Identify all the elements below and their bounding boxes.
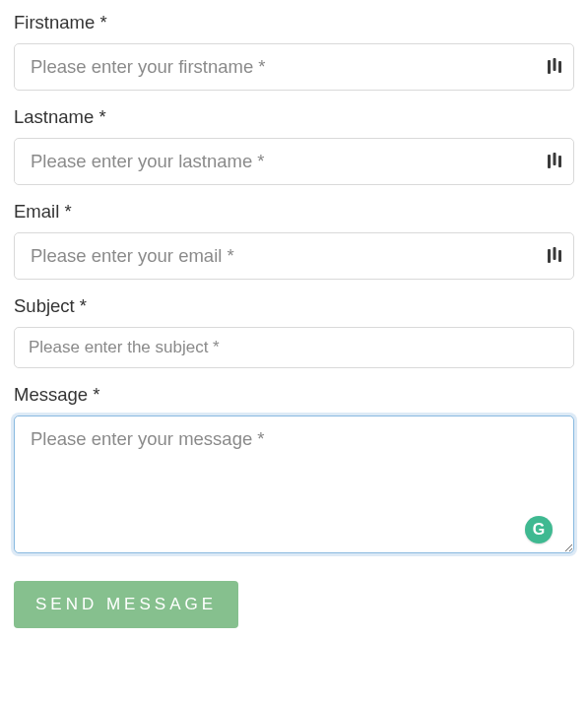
email-input[interactable] <box>14 232 574 280</box>
contact-form: Firstname * Lastname * Email * Subject * <box>14 12 574 628</box>
subject-field: Subject * <box>14 295 574 368</box>
firstname-input-wrap <box>14 43 574 91</box>
lastname-input-wrap <box>14 138 574 185</box>
message-textarea[interactable] <box>14 415 574 553</box>
grammarly-icon[interactable]: G <box>525 516 553 543</box>
email-label: Email * <box>14 201 574 223</box>
subject-label: Subject * <box>14 295 574 317</box>
message-input-wrap: G <box>14 415 574 557</box>
message-label: Message * <box>14 384 574 406</box>
subject-input[interactable] <box>14 327 574 368</box>
grammarly-letter: G <box>533 521 545 539</box>
send-message-button[interactable]: SEND MESSAGE <box>14 581 238 628</box>
lastname-label: Lastname * <box>14 106 574 128</box>
firstname-label: Firstname * <box>14 12 574 33</box>
email-field: Email * <box>14 201 574 280</box>
subject-input-wrap <box>14 327 574 368</box>
firstname-input[interactable] <box>14 43 574 91</box>
message-field: Message * G <box>14 384 574 557</box>
email-input-wrap <box>14 232 574 280</box>
lastname-field: Lastname * <box>14 106 574 185</box>
firstname-field: Firstname * <box>14 12 574 91</box>
lastname-input[interactable] <box>14 138 574 185</box>
